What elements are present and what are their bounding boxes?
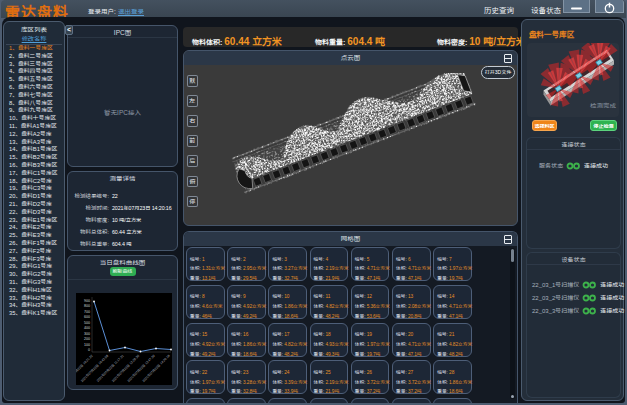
svg-text:2021年07月23日 14:20:16: 2021年07月23日 14:20:16 bbox=[142, 354, 171, 383]
svg-text:900: 900 bbox=[84, 299, 90, 303]
svg-text:2021年07月23日 12:28:30: 2021年07月23日 12:28:30 bbox=[111, 354, 140, 383]
svg-text:400: 400 bbox=[84, 326, 90, 330]
svg-text:600: 600 bbox=[84, 315, 90, 319]
svg-text:2021年07月23日 13:47:39: 2021年07月23日 13:47:39 bbox=[127, 354, 156, 383]
svg-text:0: 0 bbox=[88, 348, 90, 352]
svg-text:800: 800 bbox=[84, 304, 90, 308]
svg-text:2021年07月23日 10:43:58: 2021年07月23日 10:43:58 bbox=[80, 354, 109, 383]
svg-text:700: 700 bbox=[84, 310, 90, 314]
svg-text:500: 500 bbox=[84, 321, 90, 325]
svg-text:2021年07月23日 11:17:31: 2021年07月23日 11:17:31 bbox=[96, 354, 125, 383]
svg-text:100: 100 bbox=[84, 343, 90, 347]
svg-text:200: 200 bbox=[84, 337, 90, 341]
svg-text:300: 300 bbox=[84, 332, 90, 336]
